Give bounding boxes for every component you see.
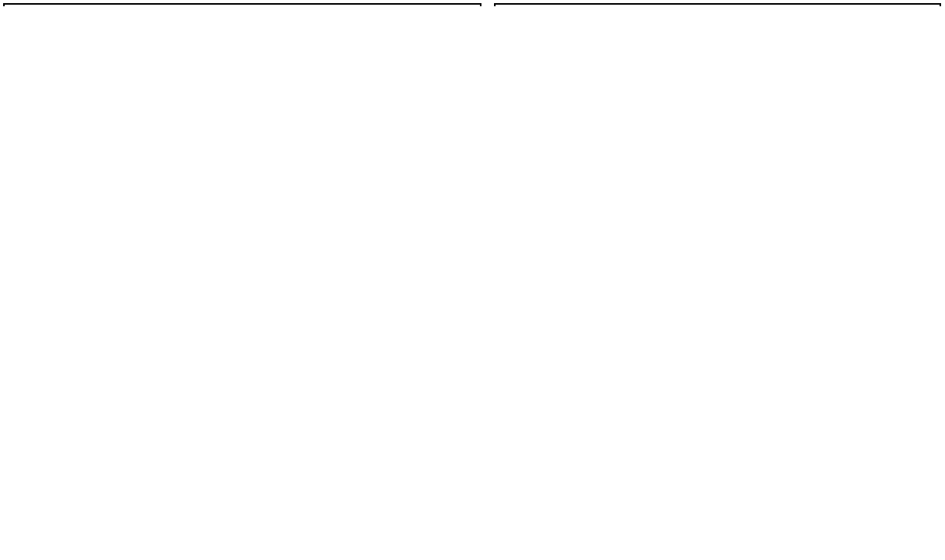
- capabilities-panel-dataprivacy: Filter Clear Capability Permission ? Ris…: [3, 3, 481, 6]
- capabilities-panel-policy: Filter Clear Capability Permission ? Ris…: [494, 3, 941, 6]
